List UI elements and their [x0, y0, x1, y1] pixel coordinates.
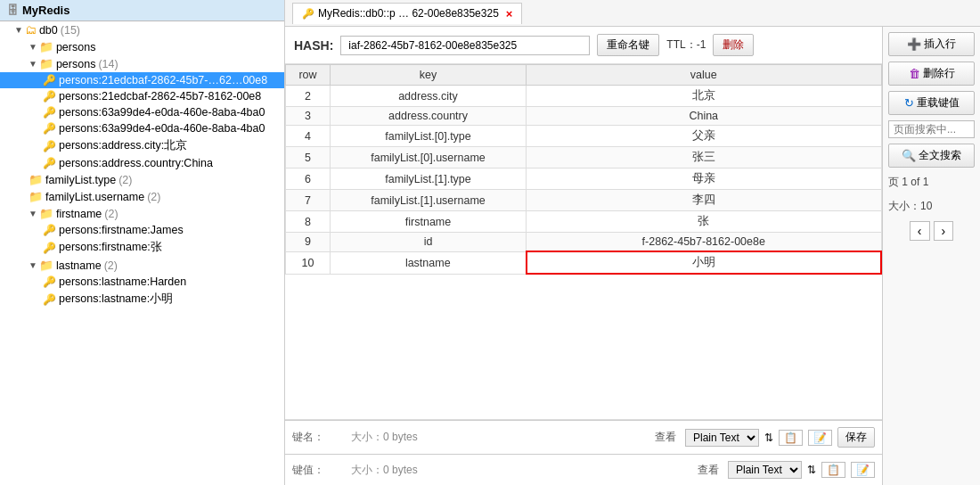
- lastname-count: (2): [104, 259, 118, 272]
- table-row[interactable]: 4familyList.[0].type父亲: [286, 126, 882, 147]
- folder-icon: 📁: [39, 40, 53, 53]
- cell-value: f-2862-45b7-8162-00e8e: [527, 233, 882, 252]
- bottom-key-row: 键名： 大小：0 bytes 查看 Plain Text ⇅ 📋 📝 保存: [292, 424, 875, 450]
- value-label: 键值：: [292, 463, 346, 478]
- delete-row-button[interactable]: 🗑 删除行: [888, 62, 975, 86]
- insert-row-label: 插入行: [924, 37, 956, 52]
- arrow-icon: ▼: [29, 260, 37, 270]
- key-icon: 🔑: [43, 106, 56, 119]
- hash-value-input[interactable]: [340, 36, 590, 55]
- cell-key: lastname: [331, 251, 527, 274]
- prev-page-button[interactable]: ‹: [910, 221, 930, 241]
- table-row[interactable]: 9idf-2862-45b7-8162-00e8e: [286, 233, 882, 252]
- insert-row-button[interactable]: ➕ 插入行: [888, 32, 975, 56]
- edit-value-button[interactable]: 📝: [851, 462, 875, 478]
- firstname-zhang-label: persons:firstname:张: [59, 240, 162, 255]
- table-row[interactable]: 2address.city北京: [286, 86, 882, 107]
- cell-key: familyList.[0].type: [331, 126, 527, 147]
- table-row[interactable]: 6familyList.[1].type母亲: [286, 169, 882, 190]
- cell-value: 小明: [527, 251, 882, 274]
- table-container: row key value 2address.city北京3address.co…: [285, 64, 882, 420]
- sidebar-item-db0[interactable]: ▼ 🗂 db0 (15): [0, 21, 284, 38]
- key1-label: persons:21edcbaf-2862-45b7-…62…00e8: [59, 74, 267, 86]
- sidebar: 🗄 MyRedis ▼ 🗂 db0 (15) ▼ 📁 persons ▼ 📁 p…: [0, 0, 285, 485]
- sidebar-item-firstname-zhang[interactable]: 🔑 persons:firstname:张: [0, 238, 284, 257]
- sidebar-item-familylist-username[interactable]: 📁 familyList.username (2): [0, 188, 284, 205]
- reload-label: 重载键值: [917, 95, 960, 111]
- rename-key-button[interactable]: 重命名键: [597, 34, 659, 56]
- folder-icon: 📁: [39, 259, 53, 272]
- main-content: HASH: 重命名键 TTL：-1 删除 row key value: [285, 27, 980, 485]
- sidebar-item-lastname-folder[interactable]: ▼ 📁 lastname (2): [0, 257, 284, 274]
- value-size-label: 大小：0 bytes: [351, 463, 418, 478]
- sidebar-item-lastname-xiaoming[interactable]: 🔑 persons:lastname:小明: [0, 290, 284, 308]
- db-icon: 🗄: [7, 4, 19, 17]
- cell-row: 5: [286, 147, 331, 169]
- cell-row: 3: [286, 107, 331, 126]
- cell-row: 6: [286, 169, 331, 190]
- sidebar-item-firstname-folder[interactable]: ▼ 📁 firstname (2): [0, 205, 284, 222]
- delete-key-button[interactable]: 删除: [713, 34, 754, 56]
- sidebar-item-persons-14[interactable]: ▼ 📁 persons (14): [0, 55, 284, 72]
- sidebar-item-lastname-harden[interactable]: 🔑 persons:lastname:Harden: [0, 274, 284, 290]
- firstname-count: (2): [104, 208, 118, 220]
- bottom-key-section: 键名： 大小：0 bytes 查看 Plain Text ⇅ 📋 📝 保存: [285, 420, 882, 454]
- folder-icon: 🗂: [25, 23, 37, 37]
- actions-panel: ➕ 插入行 🗑 删除行 ↻ 重载键值 🔍 全文搜索 页 1 of 1 大小：10: [882, 27, 980, 485]
- table-row[interactable]: 7familyList.[1].username李四: [286, 190, 882, 211]
- tab-title: MyRedis::db0::p … 62-00e8e835e325: [318, 7, 499, 20]
- cell-row: 2: [286, 86, 331, 107]
- sidebar-item-key4[interactable]: 🔑 persons:63a99de4-e0da-460e-8aba-4ba0: [0, 120, 284, 136]
- copy-value-button[interactable]: 📋: [821, 462, 845, 478]
- full-search-button[interactable]: 🔍 全文搜索: [888, 144, 975, 168]
- folder-icon: 📁: [39, 207, 53, 220]
- edit-key-button[interactable]: 📝: [808, 430, 832, 446]
- main-panel: 🔑 MyRedis::db0::p … 62-00e8e835e325 × HA…: [285, 0, 980, 485]
- sidebar-item-key1[interactable]: 🔑 persons:21edcbaf-2862-45b7-…62…00e8: [0, 72, 284, 88]
- table-row[interactable]: 5familyList.[0].username张三: [286, 147, 882, 169]
- persons-14-label: persons: [56, 58, 95, 70]
- cell-key: address.city: [331, 86, 527, 107]
- key3-label: persons:63a99de4-e0da-460e-8aba-4ba0: [59, 106, 265, 119]
- tab-close-button[interactable]: ×: [506, 7, 513, 21]
- firstname-folder-label: firstname: [56, 208, 102, 220]
- ttl-label: TTL：-1: [666, 37, 706, 53]
- value-format-select[interactable]: Plain Text: [728, 461, 802, 479]
- sidebar-item-firstname-james[interactable]: 🔑 persons:firstname:James: [0, 222, 284, 238]
- key-icon: 🔑: [43, 140, 56, 152]
- sidebar-item-address-city[interactable]: 🔑 persons:address.city:北京: [0, 136, 284, 155]
- full-search-label: 全文搜索: [919, 148, 961, 163]
- db0-label: db0: [39, 24, 58, 37]
- table-row[interactable]: 3address.countryChina: [286, 107, 882, 126]
- lastname-xiaoming-label: persons:lastname:小明: [59, 292, 173, 307]
- page-search-input[interactable]: [888, 120, 975, 138]
- reload-value-button[interactable]: ↻ 重载键值: [888, 91, 975, 115]
- save-button[interactable]: 保存: [837, 427, 875, 448]
- arrow-icon: ▼: [14, 25, 23, 35]
- table-row[interactable]: 8firstname张: [286, 211, 882, 233]
- next-page-button[interactable]: ›: [934, 221, 954, 241]
- reload-icon: ↻: [904, 96, 914, 110]
- cell-value: 北京: [527, 86, 882, 107]
- col-header-value: value: [527, 65, 882, 86]
- page-info: 页 1 of 1: [888, 173, 975, 192]
- hash-label: HASH:: [294, 38, 333, 53]
- cell-row: 7: [286, 190, 331, 211]
- lastname-folder-label: lastname: [56, 259, 102, 272]
- hash-header: HASH: 重命名键 TTL：-1 删除: [285, 27, 882, 64]
- sidebar-item-persons-root[interactable]: ▼ 📁 persons: [0, 38, 284, 55]
- sidebar-item-key2[interactable]: 🔑 persons:21edcbaf-2862-45b7-8162-00e8: [0, 88, 284, 104]
- sidebar-item-key3[interactable]: 🔑 persons:63a99de4-e0da-460e-8aba-4ba0: [0, 104, 284, 120]
- key-icon: 🔑: [43, 122, 56, 135]
- sidebar-item-familylist-type[interactable]: 📁 familyList.type (2): [0, 171, 284, 188]
- main-tab[interactable]: 🔑 MyRedis::db0::p … 62-00e8e835e325 ×: [292, 3, 522, 24]
- trash-icon: 🗑: [909, 67, 920, 80]
- table-row[interactable]: 10lastname小明: [286, 251, 882, 274]
- key-icon: 🔑: [43, 275, 56, 288]
- key-format-select[interactable]: Plain Text: [685, 429, 759, 447]
- key-icon: 🔑: [43, 90, 56, 103]
- hash-table: row key value 2address.city北京3address.co…: [285, 64, 882, 275]
- sidebar-item-address-country[interactable]: 🔑 persons:address.country:China: [0, 155, 284, 171]
- copy-key-button[interactable]: 📋: [779, 430, 803, 446]
- arrow-icon: ▼: [29, 209, 37, 218]
